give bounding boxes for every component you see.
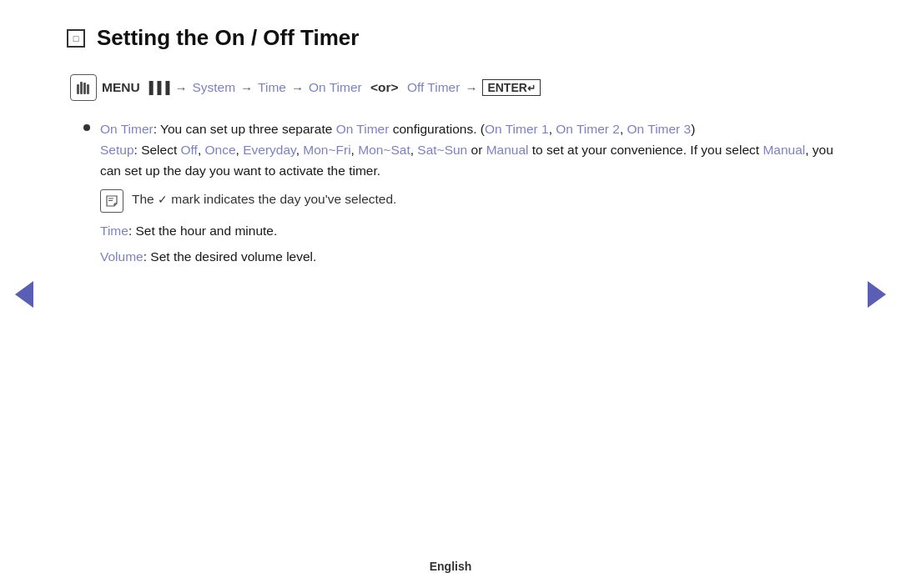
page-title: Setting the On / Off Timer	[97, 25, 359, 51]
nav-right-arrow[interactable]	[868, 281, 886, 308]
arrow4: →	[465, 81, 477, 95]
arrow3: →	[291, 81, 304, 95]
checkbox-icon: □	[67, 29, 85, 48]
content-section: On Timer: You can set up three separate …	[67, 119, 834, 268]
satsun-option: Sat~Sun	[417, 143, 467, 157]
comma2: ,	[620, 122, 627, 136]
svg-rect-3	[87, 84, 89, 94]
nav-left-arrow[interactable]	[15, 281, 33, 308]
manual-option: Manual	[486, 143, 529, 157]
enter-label: ENTER↵	[482, 79, 540, 96]
menu-label: MENU	[102, 80, 140, 95]
menu-hand-icon	[70, 74, 97, 101]
system-link[interactable]: System	[192, 80, 235, 95]
volume-sub-item: Volume: Set the desired volume level.	[100, 247, 834, 268]
note-icon	[100, 189, 123, 213]
comma1: ,	[549, 122, 556, 136]
bullet-text2: configurations. (	[389, 122, 485, 136]
svg-rect-0	[77, 84, 79, 94]
monsat-option: Mon~Sat	[358, 143, 410, 157]
time-sub-item: Time: Set the hour and minute.	[100, 221, 834, 242]
checkmark: ✓	[158, 193, 168, 206]
on-timer-link[interactable]: On Timer	[309, 80, 362, 95]
off-timer-link[interactable]: Off Timer	[407, 80, 460, 95]
note-text: The ✓ mark indicates the day you've sele…	[132, 189, 396, 210]
menu-icon-bars: ▐▐▐	[145, 81, 170, 94]
bullet-text1: : You can set up three separate	[154, 122, 336, 136]
arrow2: →	[240, 81, 253, 95]
off-option: Off	[181, 143, 198, 157]
manual-option2: Manual	[763, 143, 805, 157]
note-block: The ✓ mark indicates the day you've sele…	[100, 189, 834, 213]
footer: English	[0, 560, 901, 573]
menu-path: MENU ▐▐▐ → System → Time → On Timer <or>…	[70, 74, 834, 101]
setup-text1: : Select	[134, 143, 181, 157]
arrow1: →	[174, 81, 187, 95]
on-timer-inline: On Timer	[336, 122, 390, 136]
page-title-section: □ Setting the On / Off Timer	[67, 25, 834, 51]
time-link[interactable]: Time	[258, 80, 286, 95]
paren: )	[691, 122, 695, 136]
once-option: Once	[205, 143, 236, 157]
setup-text3: to set at your convenience. If you selec…	[528, 143, 763, 157]
volume-text: : Set the desired volume level.	[143, 249, 317, 264]
setup-text2: or	[467, 143, 486, 157]
sc1: ,	[198, 143, 205, 157]
sc2: ,	[236, 143, 244, 157]
on-timer-1: On Timer 1	[485, 122, 549, 136]
footer-label: English	[430, 560, 472, 573]
or-label: <or>	[367, 80, 402, 95]
svg-rect-1	[80, 82, 83, 94]
on-timer-label: On Timer	[100, 122, 154, 136]
on-timer-2: On Timer 2	[556, 122, 620, 136]
bullet-item: On Timer: You can set up three separate …	[83, 119, 834, 181]
setup-label: Setup	[100, 143, 134, 157]
svg-rect-2	[83, 83, 86, 94]
bullet-dot	[83, 124, 90, 131]
note-prefix: The	[132, 192, 158, 206]
bullet-content: On Timer: You can set up three separate …	[100, 119, 834, 181]
sc4: ,	[351, 143, 359, 157]
everyday-option: Everyday	[243, 143, 295, 157]
time-label: Time	[100, 224, 128, 238]
volume-label: Volume	[100, 249, 143, 264]
note-suffix: mark indicates the day you've selected.	[168, 192, 396, 206]
time-text: : Set the hour and minute.	[128, 224, 277, 238]
monfri-option: Mon~Fri	[303, 143, 350, 157]
on-timer-3: On Timer 3	[627, 122, 692, 136]
